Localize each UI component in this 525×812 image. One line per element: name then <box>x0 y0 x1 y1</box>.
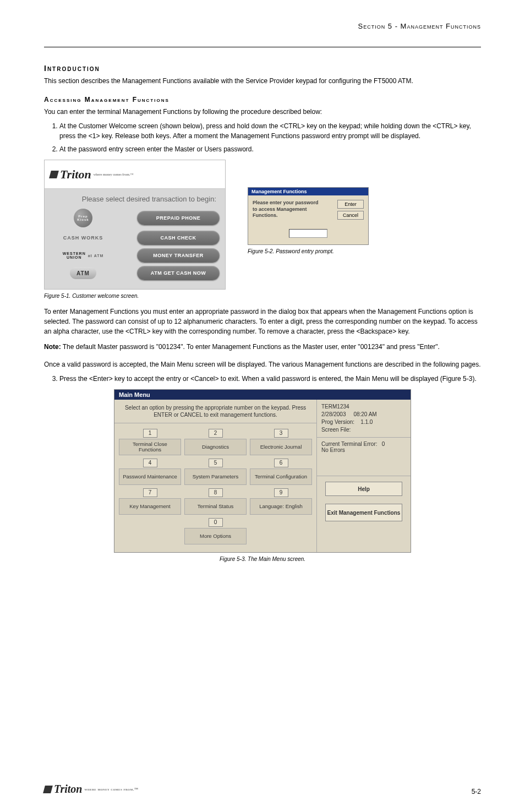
note: Note: The default Master password is "00… <box>44 342 481 352</box>
password-input[interactable] <box>289 229 327 238</box>
mainmenu-option[interactable]: 7Key Management <box>119 488 181 515</box>
figure-caption-1: Figure 5-1. Customer welcome screen. <box>44 293 226 299</box>
welcome-prompt: Please select desired transaction to beg… <box>50 194 220 204</box>
option-left-wu: WESTERNUNION at ATM <box>50 252 116 259</box>
enter-button[interactable]: Enter <box>337 200 364 209</box>
option-number: 7 <box>143 488 157 497</box>
figure-welcome: Triton where money comes from.™ Please s… <box>44 160 226 299</box>
option-label: Diagnostics <box>184 439 247 455</box>
list-item: At the password entry screen enter the M… <box>59 144 481 154</box>
access-p2: To enter Management Functions you must e… <box>44 307 481 336</box>
mainmenu-option[interactable]: 5System Parameters <box>184 459 247 485</box>
header-rule <box>44 47 481 47</box>
triton-brand: Triton <box>60 167 91 182</box>
figure-caption-3: Figure 5-3. The Main Menu screen. <box>114 556 411 562</box>
mainmenu-option[interactable]: 2Diagnostics <box>184 429 247 455</box>
atm-badge-icon: ATM <box>70 267 96 279</box>
note-label: Note: <box>44 343 61 351</box>
note-body: The default Master password is "001234".… <box>61 343 440 351</box>
option-number: 2 <box>209 429 223 438</box>
footer-logo: Triton where money comes from.™ <box>44 783 138 795</box>
option-number: 3 <box>274 429 288 438</box>
option-atm-cash[interactable]: ATM GET CASH NOW <box>137 266 220 280</box>
page-header-right: Section 5 - Management Functions <box>44 22 481 30</box>
option-number: 9 <box>274 488 288 497</box>
option-prepaid-phone[interactable]: PREPAID PHONE <box>137 211 220 225</box>
cancel-button[interactable]: Cancel <box>337 211 364 220</box>
option-number: 8 <box>209 488 223 497</box>
subsection-title: Accessing Management Functions <box>44 96 481 103</box>
kiosk-badge-icon: Prep Kiosk <box>74 209 92 227</box>
access-p1: You can enter the terminal Management Fu… <box>44 107 481 117</box>
option-label: More Options <box>184 528 247 544</box>
dialog-title: Management Functions <box>248 188 368 195</box>
ordered-list-2: Press the <Enter> key to accept the entr… <box>44 374 481 384</box>
option-label: Electronic Journal <box>250 439 312 455</box>
mainmenu-option[interactable]: 0More Options <box>184 518 247 544</box>
option-number: 1 <box>143 429 157 438</box>
page-number: 5-2 <box>472 788 481 795</box>
option-label: System Parameters <box>184 468 247 485</box>
section-title: Introduction <box>44 64 481 73</box>
option-number: 0 <box>209 518 223 527</box>
option-label: Terminal Close Functions <box>119 439 181 455</box>
option-label: Terminal Configuration <box>250 468 312 485</box>
footer-brand: Triton <box>54 783 83 795</box>
option-label: Key Management <box>119 498 181 515</box>
option-number: 4 <box>143 459 157 467</box>
mainmenu-option[interactable]: 6Terminal Configuration <box>250 459 312 485</box>
option-label: Language: English <box>250 498 312 515</box>
mainmenu-option[interactable]: 9Language: English <box>250 488 312 515</box>
option-number: 5 <box>209 459 223 467</box>
option-label: Terminal Status <box>184 498 247 515</box>
mainmenu-option[interactable]: 3Electronic Journal <box>250 429 312 455</box>
terminal-error: Current Terminal Error: 0 No Errors <box>317 438 411 476</box>
footer-tagline: where money comes from.™ <box>85 787 139 792</box>
mainmenu-option[interactable]: 4Password Maintenance <box>119 459 181 485</box>
exit-button[interactable]: Exit Management Functions <box>325 504 402 521</box>
terminal-info: TERM1234 2/28/2003 08:20 AM Prog Version… <box>317 400 411 438</box>
option-number: 6 <box>274 459 288 467</box>
dialog-text: Please enter your password to access Man… <box>253 200 319 219</box>
list-item: Press the <Enter> key to accept the entr… <box>59 374 481 384</box>
access-p3: Once a valid password is accepted, the M… <box>44 359 481 369</box>
mainmenu-option[interactable]: 1Terminal Close Functions <box>119 429 181 455</box>
figure-mainmenu: Main Menu Select an option by pressing t… <box>114 389 411 562</box>
mainmenu-option[interactable]: 8Terminal Status <box>184 488 247 515</box>
help-button[interactable]: Help <box>325 482 402 496</box>
triton-logo: Triton where money comes from.™ <box>50 167 133 182</box>
option-left-cashworks: CASH WORKS <box>50 235 116 241</box>
list-item: At the Customer Welcome screen (shown be… <box>59 121 481 141</box>
figure-caption-2: Figure 5-2. Password entry prompt. <box>248 248 369 254</box>
figure-password: Management Functions Please enter your p… <box>248 187 369 254</box>
option-cash-check[interactable]: CASH CHECK <box>137 231 220 245</box>
triton-mark-icon <box>43 786 53 793</box>
option-money-transfer[interactable]: MONEY TRANSFER <box>137 248 220 263</box>
ordered-list-1: At the Customer Welcome screen (shown be… <box>44 121 481 154</box>
triton-mark-icon <box>49 171 59 178</box>
intro-paragraph: This section describes the Management Fu… <box>44 76 481 86</box>
mainmenu-title: Main Menu <box>114 390 411 400</box>
option-label: Password Maintenance <box>119 468 181 485</box>
triton-tagline: where money comes from.™ <box>94 173 134 176</box>
mainmenu-instruction: Select an option by pressing the appropr… <box>114 400 316 423</box>
